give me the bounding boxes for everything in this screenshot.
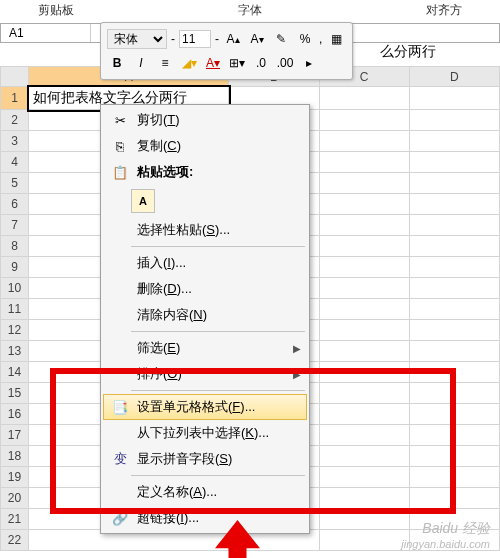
row-header[interactable]: 13 <box>1 341 29 362</box>
italic-button[interactable]: I <box>131 53 151 73</box>
decimal-inc-icon[interactable]: .0 <box>251 53 271 73</box>
ribbon-font-label: 字体 <box>230 0 270 21</box>
font-size-input[interactable] <box>179 30 211 48</box>
menu-copy[interactable]: ⎘ 复制(C) <box>103 133 307 159</box>
row-header[interactable]: 21 <box>1 509 29 530</box>
decimal-dec-icon[interactable]: .00 <box>275 53 295 73</box>
pinyin-icon: 变 <box>109 450 131 468</box>
annotation-arrow-icon <box>215 520 260 558</box>
fill-color-icon[interactable]: ◢▾ <box>179 53 199 73</box>
menu-show-pinyin[interactable]: 变 显示拼音字段(S) <box>103 446 307 472</box>
row-header[interactable]: 18 <box>1 446 29 467</box>
paste-icon: 📋 <box>109 165 131 180</box>
svg-marker-0 <box>215 520 260 558</box>
row-header[interactable]: 11 <box>1 299 29 320</box>
menu-define-name[interactable]: 定义名称(A)... <box>103 479 307 505</box>
menu-format-cells[interactable]: 📑 设置单元格格式(F)... <box>103 394 307 420</box>
row-header[interactable]: 2 <box>1 110 29 131</box>
row-header[interactable]: 16 <box>1 404 29 425</box>
cell-reference-box[interactable]: A1 <box>1 24 91 42</box>
copy-icon: ⎘ <box>109 139 131 154</box>
menu-paste-options-label: 📋 粘贴选项: <box>103 159 307 185</box>
paste-option-button[interactable]: A <box>131 189 155 213</box>
row-header[interactable]: 19 <box>1 467 29 488</box>
bold-button[interactable]: B <box>107 53 127 73</box>
row-header[interactable]: 17 <box>1 425 29 446</box>
indent-icon[interactable]: ▸ <box>299 53 319 73</box>
row-header[interactable]: 7 <box>1 215 29 236</box>
col-header[interactable]: D <box>409 67 499 87</box>
menu-paste-special[interactable]: 选择性粘贴(S)... <box>103 217 307 243</box>
row-header[interactable]: 5 <box>1 173 29 194</box>
hyperlink-icon: 🔗 <box>109 511 131 526</box>
merge-cells-icon[interactable]: ▦ <box>326 29 346 49</box>
row-header[interactable]: 8 <box>1 236 29 257</box>
font-family-select[interactable]: 宋体 <box>107 29 167 49</box>
align-icon[interactable]: ≡ <box>155 53 175 73</box>
menu-hyperlink[interactable]: 🔗 超链接(I)... <box>103 505 307 531</box>
row-header[interactable]: 20 <box>1 488 29 509</box>
row-header[interactable]: 22 <box>1 530 29 551</box>
menu-insert[interactable]: 插入(I)... <box>103 250 307 276</box>
menu-cut[interactable]: ✂ 剪切(T) <box>103 107 307 133</box>
submenu-arrow-icon: ▶ <box>293 369 301 380</box>
row-header[interactable]: 3 <box>1 131 29 152</box>
row-header[interactable]: 1 <box>1 87 29 110</box>
row-header[interactable]: 4 <box>1 152 29 173</box>
formula-content-tail: 么分两行 <box>380 43 436 61</box>
scissors-icon: ✂ <box>109 113 131 128</box>
ribbon-align-label: 对齐方 <box>418 0 470 21</box>
row-header[interactable]: 6 <box>1 194 29 215</box>
borders-icon[interactable]: ⊞▾ <box>227 53 247 73</box>
menu-delete[interactable]: 删除(D)... <box>103 276 307 302</box>
menu-clear-contents[interactable]: 清除内容(N) <box>103 302 307 328</box>
format-painter-icon[interactable]: ✎ <box>271 29 291 49</box>
grow-font-icon[interactable]: A▴ <box>223 29 243 49</box>
row-header[interactable]: 14 <box>1 362 29 383</box>
ribbon-clipboard-label: 剪贴板 <box>30 0 82 21</box>
row-header[interactable]: 10 <box>1 278 29 299</box>
context-menu: ✂ 剪切(T) ⎘ 复制(C) 📋 粘贴选项: A 选择性粘贴(S)... 插入… <box>100 104 310 534</box>
mini-toolbar: 宋体 - - A▴ A▾ ✎ % , ▦ B I ≡ ◢▾ A▾ ⊞▾ .0 .… <box>100 22 353 80</box>
watermark: Baidu 经验 jingyan.baidu.com <box>401 520 490 550</box>
paste-options-row: A <box>103 185 307 217</box>
menu-filter[interactable]: 筛选(E) ▶ <box>103 335 307 361</box>
select-all-corner[interactable] <box>1 67 29 87</box>
row-header[interactable]: 15 <box>1 383 29 404</box>
font-color-icon[interactable]: A▾ <box>203 53 223 73</box>
row-header[interactable]: 9 <box>1 257 29 278</box>
menu-pick-from-dropdown[interactable]: 从下拉列表中选择(K)... <box>103 420 307 446</box>
submenu-arrow-icon: ▶ <box>293 343 301 354</box>
shrink-font-icon[interactable]: A▾ <box>247 29 267 49</box>
menu-sort[interactable]: 排序(O) ▶ <box>103 361 307 387</box>
format-cells-icon: 📑 <box>109 400 131 415</box>
percent-icon[interactable]: % <box>295 29 315 49</box>
row-header[interactable]: 12 <box>1 320 29 341</box>
